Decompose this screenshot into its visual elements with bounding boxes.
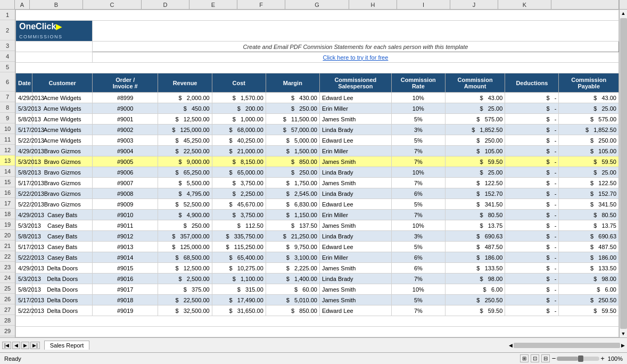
row-num-25[interactable]: 25 bbox=[0, 283, 15, 294]
row-num-28[interactable]: 28 bbox=[0, 315, 15, 326]
row-num-27[interactable]: 27 bbox=[0, 304, 15, 315]
table-row[interactable]: 5/8/2013 Acme Widgets #9001 $ 12,500.00 … bbox=[16, 114, 619, 125]
cell-margin: $ 6,830.00 bbox=[266, 199, 319, 210]
table-row: Click here to try it for free bbox=[16, 52, 619, 63]
col-header-f[interactable]: F bbox=[237, 0, 285, 9]
banner-title: Create and Email PDF Commision Statement… bbox=[243, 44, 468, 50]
table-row[interactable]: 4/29/2013 Delta Doors #9015 $ 12,500.00 … bbox=[16, 263, 619, 274]
row-num-22[interactable]: 22 bbox=[0, 251, 15, 262]
table-row[interactable]: 5/17/2013 Delta Doors #9018 $ 22,500.00 … bbox=[16, 295, 619, 305]
row-num-15[interactable]: 15 bbox=[0, 177, 15, 187]
cell-invoice: #9011 bbox=[92, 220, 158, 231]
row-num-12[interactable]: 12 bbox=[0, 145, 15, 155]
table-row[interactable]: 5/8/2013 Casey Bats #9012 $ 357,000.00 $… bbox=[16, 231, 619, 242]
sheet-tab-sales-report[interactable]: Sales Report bbox=[44, 341, 90, 350]
row-num-26[interactable]: 26 bbox=[0, 294, 15, 304]
col-header-c[interactable]: C bbox=[83, 0, 142, 9]
horizontal-scrollbar-track[interactable] bbox=[514, 343, 620, 348]
row3-left bbox=[16, 42, 93, 52]
cell-commission: $ 1,852.50 bbox=[445, 125, 505, 135]
table-row[interactable]: 5/17/2013 Bravo Gizmos #9007 $ 5,500.00 … bbox=[16, 178, 619, 188]
row-num-20[interactable]: 20 bbox=[0, 230, 15, 241]
col-header-h[interactable]: H bbox=[349, 0, 397, 9]
row-num-24[interactable]: 24 bbox=[0, 272, 15, 283]
row-num-2[interactable]: 2 bbox=[0, 20, 15, 40]
cell-date: 5/17/2013 bbox=[16, 178, 32, 188]
table-row[interactable]: 5/3/2013 Bravo Gizmos #9005 $ 9,000.00 $… bbox=[16, 156, 619, 167]
row-num-10[interactable]: 10 bbox=[0, 123, 15, 134]
table-row[interactable]: 5/3/2013 Acme Widgets #9000 $ 450.00 $ 2… bbox=[16, 103, 619, 114]
row-num-7[interactable]: 7 bbox=[0, 92, 15, 102]
cell-margin: $ 850.00 bbox=[266, 305, 319, 316]
table-row[interactable]: 5/17/2013 Casey Bats #9013 $ 125,000.00 … bbox=[16, 242, 619, 252]
table-row[interactable]: 5/22/2013 Bravo Gizmos #9008 $ 4,795.00 … bbox=[16, 188, 619, 199]
tab-next-arrow[interactable]: ▶ bbox=[21, 342, 29, 349]
cell-person: Erin Miller bbox=[319, 146, 391, 156]
row-num-11[interactable]: 11 bbox=[0, 134, 15, 145]
tab-prev-arrow[interactable]: ◀ bbox=[12, 342, 20, 349]
col-header-g[interactable]: G bbox=[285, 0, 349, 9]
row-num-16[interactable]: 16 bbox=[0, 187, 15, 198]
zoom-out-button[interactable]: − bbox=[552, 354, 556, 362]
row-num-5[interactable]: 5 bbox=[0, 62, 15, 72]
table-row[interactable]: 4/29/2013 Bravo Gizmos #9004 $ 22,500.00… bbox=[16, 146, 619, 156]
view-page-icon[interactable]: ⊡ bbox=[531, 354, 539, 362]
table-row[interactable]: 5/3/2013 Delta Doors #9016 $ 2,500.00 $ … bbox=[16, 274, 619, 284]
zoom-in-button[interactable]: + bbox=[600, 354, 605, 362]
row-num-8[interactable]: 8 bbox=[0, 102, 15, 113]
table-row[interactable]: 4/29/2013 Casey Bats #9010 $ 4,900.00 $ … bbox=[16, 210, 619, 220]
row-num-23[interactable]: 23 bbox=[0, 262, 15, 272]
tab-last-arrow[interactable]: ▶| bbox=[30, 342, 39, 349]
cell-invoice: #9001 bbox=[92, 114, 158, 125]
cell-date: 4/29/2013 bbox=[16, 146, 32, 156]
view-normal-icon[interactable]: ⊞ bbox=[520, 354, 529, 362]
table-row[interactable]: 5/8/2013 Delta Doors #9017 $ 375.00 $ 31… bbox=[16, 284, 619, 295]
cell-revenue: $ 12,500.00 bbox=[158, 114, 212, 125]
link-cell[interactable]: Click here to try it for free bbox=[92, 52, 618, 63]
table-row[interactable]: 4/29/2013 Acme Widgets #8999 $ 2,000.00 … bbox=[16, 93, 619, 103]
table-row[interactable]: 5/8/2013 Bravo Gizmos #9006 $ 65,250.00 … bbox=[16, 167, 619, 178]
row-num-3[interactable]: 3 bbox=[0, 40, 15, 51]
row-num-29[interactable]: 29 bbox=[0, 326, 15, 336]
table-row[interactable]: 5/22/2013 Acme Widgets #9003 $ 45,250.00… bbox=[16, 135, 619, 146]
zoom-slider[interactable] bbox=[557, 357, 599, 361]
col-header-b[interactable]: B bbox=[30, 0, 83, 9]
table-row[interactable]: 5/22/2013 Bravo Gizmos #9009 $ 52,500.00… bbox=[16, 199, 619, 210]
row-num-17[interactable]: 17 bbox=[0, 198, 15, 209]
hscroll-right[interactable]: ▶ bbox=[621, 343, 625, 348]
col-header-d[interactable]: D bbox=[142, 0, 189, 9]
row-num-14[interactable]: 14 bbox=[0, 166, 15, 177]
col-header-a[interactable]: A bbox=[15, 0, 30, 9]
table-row[interactable]: 5/3/2013 Casey Bats #9011 $ 250.00 $ 112… bbox=[16, 220, 619, 231]
row-num-21[interactable]: 21 bbox=[0, 241, 15, 251]
row-num-9[interactable]: 9 bbox=[0, 113, 15, 123]
cell-deductions: $ - bbox=[505, 135, 559, 146]
row-num-6[interactable]: 6 bbox=[0, 72, 15, 92]
hdr-cost: Cost bbox=[212, 73, 266, 93]
row-num-18[interactable]: 18 bbox=[0, 209, 15, 219]
row-num-19[interactable]: 19 bbox=[0, 219, 15, 230]
zoom-handle[interactable] bbox=[578, 355, 583, 362]
vertical-scrollbar[interactable]: ▲ ▼ bbox=[619, 10, 627, 337]
cell-revenue: $ 4,795.00 bbox=[158, 188, 212, 199]
col-header-j[interactable]: J bbox=[450, 0, 498, 9]
col-header-k[interactable]: K bbox=[498, 0, 551, 9]
row-num-4[interactable]: 4 bbox=[0, 51, 15, 62]
view-break-icon[interactable]: ⊟ bbox=[541, 354, 550, 362]
banner-link[interactable]: Click here to try it for free bbox=[323, 54, 388, 61]
table-row[interactable]: 5/22/2013 Casey Bats #9014 $ 68,500.00 $… bbox=[16, 252, 619, 263]
col-header-e[interactable]: E bbox=[189, 0, 237, 9]
row-num-13[interactable]: 13 bbox=[0, 155, 15, 166]
cell-rate: 7% bbox=[391, 305, 445, 316]
tab-first-arrow[interactable]: |◀ bbox=[2, 342, 11, 349]
zoom-controls[interactable]: − + 100% bbox=[552, 354, 623, 362]
table-row[interactable]: 5/17/2013 Acme Widgets #9002 $ 125,000.0… bbox=[16, 125, 619, 135]
cell-commission: $ 186.00 bbox=[445, 252, 505, 263]
cell-date: 4/29/2013 bbox=[16, 93, 32, 103]
row-num-1[interactable]: 1 bbox=[0, 10, 15, 20]
table-row[interactable]: 5/22/2013 Delta Doors #9019 $ 32,500.00 … bbox=[16, 305, 619, 316]
cell-deductions: $ - bbox=[505, 242, 559, 252]
col-header-i[interactable]: I bbox=[397, 0, 450, 9]
hscroll-left[interactable]: ◀ bbox=[509, 343, 513, 348]
tab-navigation[interactable]: |◀ ◀ ▶ ▶| bbox=[2, 342, 40, 349]
